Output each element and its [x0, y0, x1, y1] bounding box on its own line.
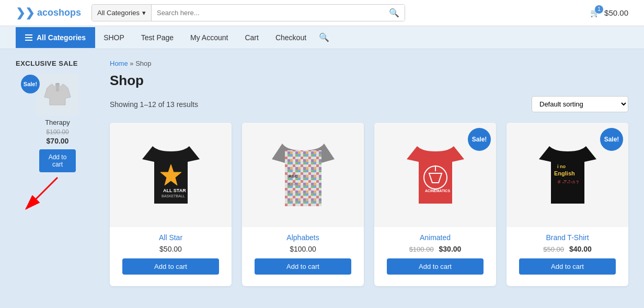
brand-new-price: $40.00 — [569, 245, 592, 253]
cart-area: 🛒 1 $50.00 — [590, 8, 628, 18]
shop-header: Showing 1–12 of 13 results Default sorti… — [110, 96, 628, 112]
sidebar-add-to-cart-button[interactable]: Add to cart — [39, 149, 76, 172]
svg-text:DEF: DEF — [289, 182, 297, 186]
category-label: All Categories — [97, 9, 140, 17]
product-card-animated: Sale! ACINEMATICS Animated $100.00 — [374, 123, 496, 286]
product-card-brand: Sale! i no English ಕನ್ನಡ? Brand T-Shirt … — [507, 123, 628, 286]
svg-text:ACINEMATICS: ACINEMATICS — [425, 189, 450, 193]
logo[interactable]: ❯❯ acoshops — [16, 6, 81, 20]
cart-amount[interactable]: $50.00 — [604, 8, 628, 17]
content-area: Home » Shop Shop Showing 1–12 of 13 resu… — [110, 60, 628, 294]
sidebar-old-price: $100.00 — [46, 128, 68, 136]
exclusive-sale-product: Sale! Therapy $100.00 $70.00 Add to cart — [16, 74, 99, 172]
product-info-allstar: All Star $50.00 Add to cart — [110, 227, 232, 286]
product-image-alphabets: ABC DEF — [242, 123, 364, 227]
sidebar-product-name: Therapy — [45, 119, 70, 126]
svg-text:English: English — [554, 170, 575, 176]
nav-bar: All Categories SHOP Test Page My Account… — [0, 26, 644, 49]
product-price-alphabets: $100.00 — [248, 245, 358, 253]
page-title: Shop — [110, 73, 628, 89]
product-info-brand: Brand T-Shirt $50.00 $40.00 Add to cart — [507, 227, 628, 286]
tshirt-alphabets-svg: ABC DEF — [267, 131, 340, 219]
product-image-brand: Sale! i no English ಕನ್ನಡ? — [507, 123, 628, 227]
product-info-alphabets: Alphabets $100.00 Add to cart — [242, 227, 364, 286]
product-grid: ALL STAR BASKETBALL All Star $50.00 Add … — [110, 123, 628, 286]
main-container: EXCLUSIVE SALE Sale! Therapy $100.00 $70… — [0, 49, 644, 305]
results-count: Showing 1–12 of 13 results — [110, 100, 198, 109]
tshirt-animated-svg: ACINEMATICS — [399, 131, 472, 219]
svg-text:ABC: ABC — [289, 174, 298, 179]
product-price-animated: $100.00 $30.00 — [381, 245, 490, 253]
product-price-brand: $50.00 $40.00 — [513, 245, 622, 253]
svg-text:ALL STAR: ALL STAR — [163, 188, 186, 193]
product-card-allstar: ALL STAR BASKETBALL All Star $50.00 Add … — [110, 123, 232, 286]
nav-cart[interactable]: Cart — [236, 27, 267, 48]
nav-shop[interactable]: SHOP — [95, 27, 133, 48]
product-name-allstar: All Star — [116, 233, 225, 242]
arrow-svg — [16, 172, 84, 214]
brand-old-price: $50.00 — [543, 245, 564, 253]
svg-text:i no: i no — [557, 164, 566, 169]
nav-search-icon[interactable]: 🔍 — [315, 26, 334, 49]
search-button[interactable]: 🔍 — [384, 5, 405, 21]
search-input[interactable] — [152, 5, 384, 21]
animated-new-price: $30.00 — [439, 245, 462, 253]
add-to-cart-brand[interactable]: Add to cart — [519, 258, 616, 275]
cart-badge: 1 — [595, 5, 603, 14]
search-bar: All Categories ▾ 🔍 — [91, 4, 405, 21]
product-sale-badge-animated: Sale! — [468, 128, 491, 151]
breadcrumb-home[interactable]: Home — [110, 60, 128, 67]
breadcrumb-separator: » — [130, 60, 133, 67]
product-image-animated: Sale! ACINEMATICS — [374, 123, 496, 227]
sort-select[interactable]: Default sorting Sort by popularity Sort … — [532, 96, 628, 112]
tshirt-brand-svg: i no English ಕನ್ನಡ? — [531, 131, 604, 219]
product-image-allstar: ALL STAR BASKETBALL — [110, 123, 232, 227]
breadcrumb: Home » Shop — [110, 60, 628, 67]
nav-checkout[interactable]: Checkout — [267, 27, 315, 48]
sidebar-new-price: $70.00 — [47, 137, 69, 145]
product-info-animated: Animated $100.00 $30.00 Add to cart — [374, 227, 496, 286]
animated-old-price: $100.00 — [409, 245, 434, 253]
nav-all-categories[interactable]: All Categories — [16, 27, 95, 48]
nav-test-page[interactable]: Test Page — [133, 27, 182, 48]
sale-badge: Sale! — [21, 75, 40, 93]
chevron-down-icon: ▾ — [142, 9, 146, 17]
category-dropdown[interactable]: All Categories ▾ — [92, 5, 152, 21]
svg-rect-1 — [56, 87, 59, 91]
logo-text: acoshops — [37, 7, 81, 18]
all-categories-label: All Categories — [37, 33, 86, 42]
tshirt-allstar-svg: ALL STAR BASKETBALL — [134, 131, 208, 219]
logo-icon: ❯❯ — [16, 6, 34, 20]
product-card-alphabets: ABC DEF Alphabets $100.00 Add to cart — [242, 123, 364, 286]
sidebar: EXCLUSIVE SALE Sale! Therapy $100.00 $70… — [16, 60, 99, 294]
add-to-cart-alphabets[interactable]: Add to cart — [255, 258, 351, 275]
svg-text:BASKETBALL: BASKETBALL — [162, 194, 185, 198]
product-name-alphabets: Alphabets — [248, 233, 358, 242]
nav-my-account[interactable]: My Account — [182, 27, 236, 48]
svg-text:ಕನ್ನಡ?: ಕನ್ನಡ? — [557, 180, 579, 185]
product-price-allstar: $50.00 — [116, 245, 225, 253]
cart-icon-wrap[interactable]: 🛒 1 — [590, 8, 600, 18]
arrow-indicator — [16, 172, 84, 214]
sidebar-title: EXCLUSIVE SALE — [16, 60, 99, 67]
product-name-animated: Animated — [381, 233, 490, 242]
sidebar-product-image — [37, 74, 78, 115]
breadcrumb-current: Shop — [135, 60, 151, 67]
add-to-cart-animated[interactable]: Add to cart — [387, 258, 484, 275]
top-bar: ❯❯ acoshops All Categories ▾ 🔍 🛒 1 $50.0… — [0, 0, 644, 26]
product-name-brand: Brand T-Shirt — [513, 233, 622, 242]
hoodie-icon — [42, 79, 73, 110]
product-sale-badge-brand: Sale! — [600, 128, 623, 151]
svg-line-2 — [26, 177, 58, 209]
hamburger-icon — [25, 34, 32, 41]
add-to-cart-allstar[interactable]: Add to cart — [122, 258, 219, 275]
